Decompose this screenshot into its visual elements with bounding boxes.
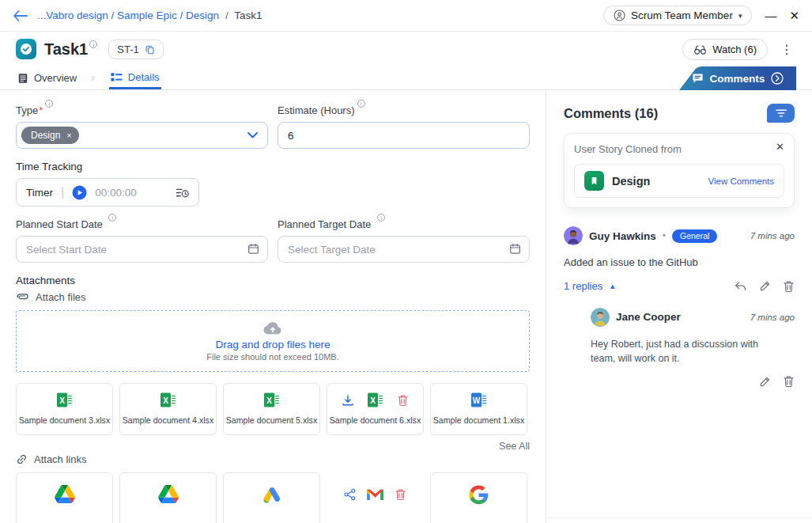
comment-author: Jane Cooper: [616, 311, 681, 323]
role-selector[interactable]: Scrum Team Member ▾: [603, 6, 752, 25]
page-title: Task1: [44, 40, 88, 59]
file-card[interactable]: X Sample document 3.xlsx: [16, 383, 113, 435]
estimate-input[interactable]: [278, 122, 530, 149]
info-icon: i: [89, 40, 97, 48]
planned-target-input[interactable]: [278, 236, 530, 263]
file-name: Sample document 6.xlsx: [330, 415, 421, 425]
comments-filter-button[interactable]: [767, 104, 795, 123]
google-drive-icon: [158, 485, 179, 503]
breadcrumb-links[interactable]: ...Vabro design / Sample Epic / Design: [37, 9, 219, 21]
planned-start-input[interactable]: [16, 236, 268, 263]
file-card[interactable]: X Sample document 5.xlsx: [223, 383, 320, 435]
comment-timestamp: 7 mins ago: [750, 313, 795, 322]
close-icon[interactable]: ✕: [776, 141, 784, 153]
tab-overview-label: Overview: [34, 72, 77, 84]
top-bar: ...Vabro design / Sample Epic / Design /…: [0, 0, 812, 32]
link-card[interactable]: [16, 472, 113, 523]
calendar-icon[interactable]: [509, 243, 521, 255]
comments-icon: [692, 73, 704, 84]
breadcrumb: ...Vabro design / Sample Epic / Design /…: [37, 9, 262, 21]
tag-remove-icon[interactable]: ×: [66, 131, 71, 140]
time-tracking-label: Time Tracking: [16, 161, 530, 172]
watch-button[interactable]: Watch (6): [682, 39, 768, 60]
excel-file-icon: X: [56, 392, 74, 408]
comment-text: Hey Robert, just had a discussion with t…: [591, 337, 774, 366]
file-card[interactable]: X Sample document 4.xlsx: [119, 383, 217, 435]
reply-icon[interactable]: [734, 281, 747, 292]
comment-timestamp: 7 mins ago: [750, 231, 795, 241]
delete-icon[interactable]: [395, 488, 406, 501]
attach-links-label: Attach links: [34, 453, 86, 465]
file-card-hovered[interactable]: X Sample document 6.xlsx: [327, 383, 424, 435]
calendar-icon[interactable]: [247, 243, 259, 255]
delete-icon[interactable]: [783, 280, 795, 293]
estimate-label: Estimate (Hours)i: [278, 104, 530, 116]
planned-target-label: Planned Target Date i: [278, 218, 530, 230]
link-card-hovered[interactable]: [327, 472, 424, 523]
google-drive-icon: [55, 485, 75, 503]
info-icon: i: [45, 100, 53, 108]
see-all-link[interactable]: See All: [16, 441, 530, 452]
comments-panel: Comments (16) User Story Cloned from ✕ D…: [546, 90, 812, 523]
caret-down-icon: ▾: [738, 12, 742, 20]
info-icon: i: [357, 100, 365, 108]
google-icon: [469, 485, 489, 505]
breadcrumb-current: Task1: [234, 9, 262, 21]
attachments-section-label: Attachments: [16, 275, 530, 286]
delete-icon[interactable]: [783, 375, 795, 388]
tab-details[interactable]: Details: [109, 66, 161, 89]
svg-text:W: W: [472, 396, 480, 405]
link-card[interactable]: [119, 472, 217, 523]
comments-toggle-button[interactable]: Comments: [679, 66, 796, 90]
type-label: Type*i: [16, 104, 268, 116]
file-card[interactable]: W Sample document 1.xlsx: [430, 383, 527, 435]
link-card[interactable]: [430, 472, 527, 523]
svg-text:X: X: [370, 396, 376, 405]
user-story-icon: [584, 171, 604, 191]
planned-start-label: Planned Start Date i: [16, 218, 268, 230]
cloned-from-label: User Story Cloned from: [574, 143, 682, 155]
task-id-badge[interactable]: ST-1: [108, 40, 163, 59]
edit-icon[interactable]: [759, 376, 771, 388]
share-icon[interactable]: [344, 488, 356, 501]
time-log-icon[interactable]: [176, 187, 189, 199]
comments-button-label: Comments: [710, 73, 765, 85]
comment-author: Guy Hawkins: [589, 230, 656, 242]
type-select[interactable]: Design ×: [16, 122, 268, 149]
type-tag: Design ×: [21, 127, 79, 144]
task-detail-window: ...Vabro design / Sample Epic / Design /…: [0, 0, 812, 523]
google-ads-icon: [262, 485, 282, 504]
back-icon[interactable]: [13, 10, 28, 21]
copy-icon[interactable]: [145, 44, 155, 55]
view-comments-link[interactable]: View Comments: [708, 176, 774, 186]
download-icon[interactable]: [342, 394, 354, 407]
info-icon: i: [377, 214, 385, 222]
svg-text:X: X: [266, 396, 272, 405]
file-dropzone[interactable]: Drag and drop files here File size shoul…: [16, 310, 530, 372]
tab-overview[interactable]: Overview: [17, 66, 77, 89]
attach-files-button[interactable]: Attach files: [16, 291, 530, 303]
overview-icon: [17, 73, 28, 84]
info-icon: i: [108, 214, 116, 222]
excel-file-icon: X: [263, 392, 281, 408]
more-options-icon[interactable]: ⋮: [780, 42, 793, 57]
comment-text: Added an issue to the GitHub: [564, 256, 795, 271]
task-type-icon: [16, 39, 36, 59]
attach-links-button[interactable]: Attach links: [16, 453, 530, 465]
close-icon[interactable]: ✕: [789, 9, 799, 21]
play-icon[interactable]: [72, 185, 87, 200]
cloned-source-item[interactable]: Design View Comments: [574, 164, 784, 198]
timer-widget: Timer | 00:00:00: [16, 178, 199, 207]
replies-toggle[interactable]: 1 replies ▲: [564, 280, 616, 292]
watch-button-label: Watch (6): [712, 44, 757, 55]
tab-bar: Overview › Details Comments: [0, 66, 812, 90]
delete-icon[interactable]: [397, 394, 409, 407]
edit-icon[interactable]: [759, 280, 771, 292]
content-area: Type*i Design × Estimate (Hours: [0, 90, 812, 523]
attachment-link-list: [16, 472, 530, 523]
attach-files-label: Attach files: [36, 291, 86, 303]
details-form: Type*i Design × Estimate (Hours: [0, 90, 546, 523]
replies-count: 1 replies: [564, 280, 602, 292]
minimize-icon[interactable]: —: [765, 9, 776, 21]
link-card[interactable]: [223, 472, 320, 523]
